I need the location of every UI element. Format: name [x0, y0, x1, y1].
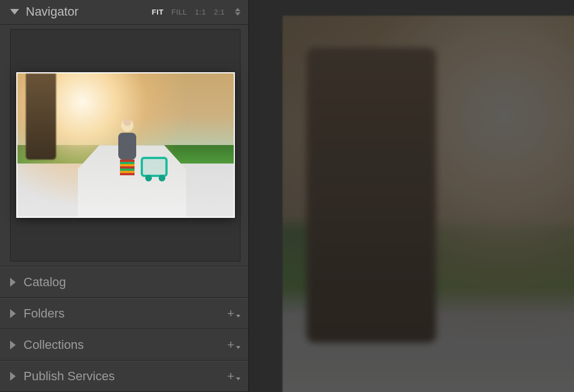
section-label: Collections [24, 338, 227, 352]
preview-dim-overlay [260, 0, 574, 392]
zoom-fit-button[interactable]: FIT [152, 8, 164, 16]
navigator-thumbnail-well [10, 29, 240, 262]
sections-list: Catalog Folders + Collections + Publish … [0, 266, 248, 392]
section-label: Catalog [24, 275, 240, 290]
add-collection-button[interactable]: + [227, 338, 240, 352]
section-folders[interactable]: Folders + [0, 298, 248, 329]
chevron-right-icon[interactable] [10, 372, 16, 381]
add-publish-service-button[interactable]: + [227, 369, 240, 384]
main-preview[interactable] [260, 0, 574, 392]
thumbnail-figure [114, 119, 140, 175]
navigator-title: Navigator [26, 4, 152, 19]
zoom-step-up-icon[interactable] [235, 8, 240, 11]
chevron-right-icon[interactable] [10, 278, 16, 287]
zoom-controls: FIT FILL 1:1 2:1 [152, 8, 240, 16]
section-label: Folders [24, 306, 227, 321]
navigator-disclosure-icon[interactable] [10, 9, 19, 15]
thumbnail-cart [141, 157, 168, 177]
section-label: Publish Services [24, 369, 227, 384]
panel-divider[interactable] [249, 0, 260, 392]
chevron-right-icon[interactable] [10, 309, 16, 318]
zoom-stepper [235, 8, 240, 16]
app-root: Navigator FIT FILL 1:1 2:1 [0, 0, 574, 392]
dropdown-caret-icon [236, 377, 240, 380]
zoom-step-down-icon[interactable] [235, 12, 240, 16]
section-collections[interactable]: Collections + [0, 329, 248, 361]
zoom-1to1-button[interactable]: 1:1 [195, 8, 206, 16]
add-folder-button[interactable]: + [227, 306, 240, 321]
navigator-thumbnail[interactable] [16, 72, 235, 218]
dropdown-caret-icon [236, 346, 240, 349]
dropdown-caret-icon [236, 315, 240, 318]
section-catalog[interactable]: Catalog [0, 267, 248, 298]
chevron-right-icon[interactable] [10, 340, 16, 349]
navigator-header: Navigator FIT FILL 1:1 2:1 [0, 0, 248, 25]
section-publish-services[interactable]: Publish Services + [0, 361, 248, 392]
zoom-fill-button[interactable]: FILL [172, 8, 187, 16]
left-panel: Navigator FIT FILL 1:1 2:1 [0, 0, 249, 392]
zoom-2to1-button[interactable]: 2:1 [214, 8, 225, 16]
